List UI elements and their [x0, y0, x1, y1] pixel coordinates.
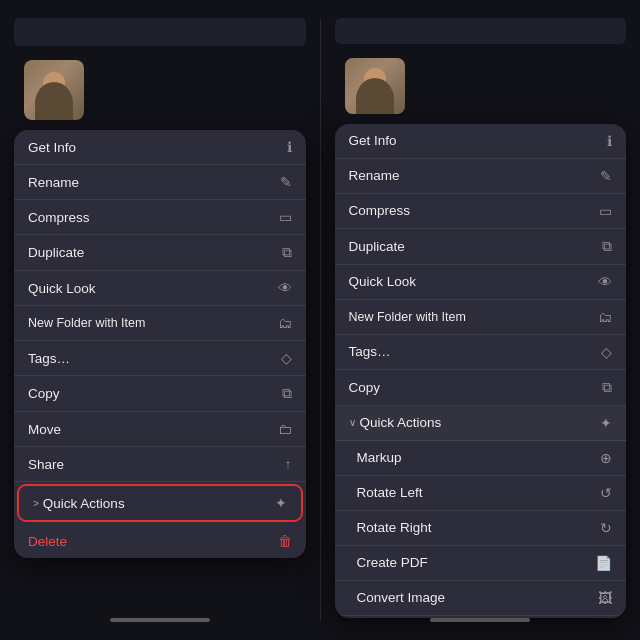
menu-item-quick-actions[interactable]: > Quick Actions ✦ [19, 486, 301, 520]
r-menu-item-copy[interactable]: Copy ⧉ [335, 370, 627, 406]
menu-item-new-folder[interactable]: New Folder with Item 🗂 [14, 306, 306, 341]
left-home-indicator [110, 618, 210, 622]
screen-container: Get Info ℹ Rename ✎ Compress ▭ Duplicate… [0, 0, 640, 640]
right-thumbnail [345, 58, 405, 114]
left-thumbnail [24, 60, 84, 120]
r-menu-item-rename[interactable]: Rename ✎ [335, 159, 627, 194]
menu-item-share[interactable]: Share ↑ [14, 447, 306, 482]
r-menu-item-rotate-right[interactable]: Rotate Right ↻ [335, 511, 627, 546]
r-menu-item-quick-look[interactable]: Quick Look 👁 [335, 265, 627, 300]
r-menu-item-new-folder[interactable]: New Folder with Item 🗂 [335, 300, 627, 335]
r-menu-item-rotate-left[interactable]: Rotate Left ↺ [335, 476, 627, 511]
right-context-menu: Get Info ℹ Rename ✎ Compress ▭ Duplicate… [335, 124, 627, 619]
right-top-bar [335, 18, 627, 44]
menu-item-get-info[interactable]: Get Info ℹ [14, 130, 306, 165]
menu-item-duplicate[interactable]: Duplicate ⧉ [14, 235, 306, 271]
r-menu-item-compress[interactable]: Compress ▭ [335, 194, 627, 229]
menu-item-delete[interactable]: Delete 🗑 [14, 524, 306, 558]
menu-item-tags[interactable]: Tags… ◇ [14, 341, 306, 376]
menu-item-copy[interactable]: Copy ⧉ [14, 376, 306, 412]
r-menu-item-tags[interactable]: Tags… ◇ [335, 335, 627, 370]
r-menu-item-create-pdf[interactable]: Create PDF 📄 [335, 546, 627, 581]
left-phone-panel: Get Info ℹ Rename ✎ Compress ▭ Duplicate… [0, 0, 320, 640]
r-menu-item-markup[interactable]: Markup ⊕ [335, 441, 627, 476]
menu-item-move[interactable]: Move 🗀 [14, 412, 306, 447]
r-menu-item-get-info[interactable]: Get Info ℹ [335, 124, 627, 159]
r-menu-item-quick-actions-header[interactable]: ∨ Quick Actions ✦ [335, 406, 627, 441]
left-context-menu: Get Info ℹ Rename ✎ Compress ▭ Duplicate… [14, 130, 306, 558]
quick-actions-highlight-box: > Quick Actions ✦ [17, 484, 303, 522]
left-top-bar [14, 18, 306, 46]
menu-item-quick-look[interactable]: Quick Look 👁 [14, 271, 306, 306]
right-home-indicator [430, 618, 530, 622]
menu-item-rename[interactable]: Rename ✎ [14, 165, 306, 200]
right-phone-panel: Get Info ℹ Rename ✎ Compress ▭ Duplicate… [321, 0, 641, 640]
r-menu-item-duplicate[interactable]: Duplicate ⧉ [335, 229, 627, 265]
r-menu-item-convert-image[interactable]: Convert Image 🖼 [335, 581, 627, 616]
menu-item-compress[interactable]: Compress ▭ [14, 200, 306, 235]
